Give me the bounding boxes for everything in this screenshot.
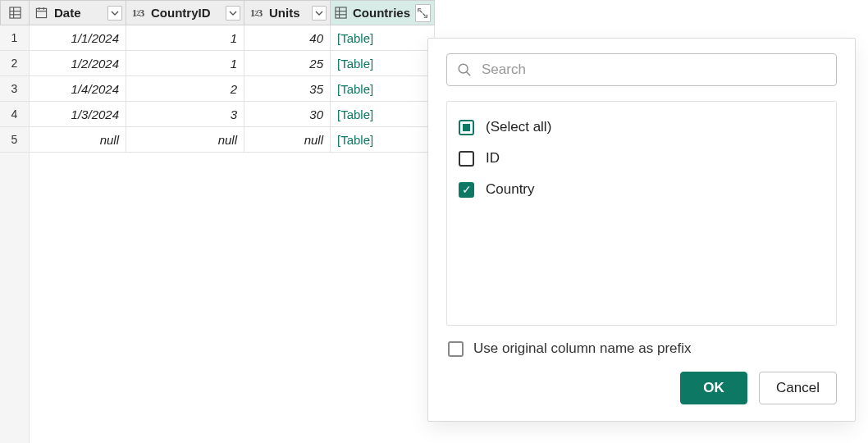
cell-units[interactable]: null xyxy=(244,127,331,153)
grid-header-row: Date 123 CountryID 123 Units xyxy=(0,0,868,25)
number-type-icon: 123 xyxy=(130,7,146,20)
chevron-down-icon xyxy=(111,9,119,17)
cell-countries[interactable]: [Table] xyxy=(331,76,435,102)
column-label: CountryID xyxy=(151,6,221,20)
table-icon xyxy=(9,7,21,19)
column-option-label: ID xyxy=(486,150,500,167)
row-number-cell: 2 xyxy=(0,51,30,76)
row-number-header[interactable] xyxy=(0,0,30,25)
expand-icon xyxy=(417,7,428,19)
column-header-date[interactable]: Date xyxy=(30,0,126,25)
search-box[interactable] xyxy=(446,53,837,86)
column-label: Units xyxy=(269,6,307,20)
cell-countryid[interactable]: 1 xyxy=(126,25,244,51)
chevron-down-icon xyxy=(315,9,323,17)
expand-column-button[interactable] xyxy=(415,4,431,22)
cell-countries[interactable]: [Table] xyxy=(331,102,435,127)
cell-countries[interactable]: [Table] xyxy=(331,127,435,153)
cell-units[interactable]: 30 xyxy=(244,102,331,127)
expand-column-popup: (Select all) ID✓Country Use original col… xyxy=(427,38,856,422)
column-option-row[interactable]: ✓Country xyxy=(459,174,825,205)
row-number-gutter xyxy=(0,153,30,443)
checkbox-checked-icon: ✓ xyxy=(459,182,474,198)
row-number-cell: 3 xyxy=(0,76,30,102)
filter-dropdown-button[interactable] xyxy=(107,6,122,21)
column-selection-list: (Select all) ID✓Country xyxy=(446,101,837,326)
checkbox-indeterminate-icon xyxy=(459,120,474,135)
svg-point-12 xyxy=(459,64,468,73)
cell-countryid[interactable]: 1 xyxy=(126,51,244,76)
cell-countryid[interactable]: 3 xyxy=(126,102,244,127)
table-icon xyxy=(334,7,348,19)
column-option-label: Country xyxy=(486,181,535,198)
checkbox-unchecked-icon xyxy=(448,341,464,357)
column-header-countryid[interactable]: 123 CountryID xyxy=(126,0,244,25)
cell-date[interactable]: null xyxy=(30,127,126,153)
search-input[interactable] xyxy=(480,61,826,79)
cancel-button[interactable]: Cancel xyxy=(759,372,837,404)
ok-button[interactable]: OK xyxy=(680,372,747,404)
cell-units[interactable]: 35 xyxy=(244,76,331,102)
cell-date[interactable]: 1/1/2024 xyxy=(30,25,126,51)
cell-date[interactable]: 1/3/2024 xyxy=(30,102,126,127)
checkbox-unchecked-icon xyxy=(459,151,474,167)
chevron-down-icon xyxy=(229,9,237,17)
cell-date[interactable]: 1/4/2024 xyxy=(30,76,126,102)
row-number-cell: 1 xyxy=(0,25,30,51)
svg-line-13 xyxy=(467,72,471,76)
svg-rect-8 xyxy=(336,7,346,18)
svg-rect-4 xyxy=(36,8,46,17)
cell-countryid[interactable]: null xyxy=(126,127,244,153)
filter-dropdown-button[interactable] xyxy=(312,6,327,21)
column-header-countries[interactable]: Countries xyxy=(331,0,435,25)
row-number-cell: 5 xyxy=(0,127,30,153)
use-prefix-label: Use original column name as prefix xyxy=(473,340,692,357)
cell-date[interactable]: 1/2/2024 xyxy=(30,51,126,76)
select-all-row[interactable]: (Select all) xyxy=(459,112,825,143)
cell-countries[interactable]: [Table] xyxy=(331,25,435,51)
select-all-label: (Select all) xyxy=(486,119,551,135)
column-option-row[interactable]: ID xyxy=(459,143,825,174)
cell-countryid[interactable]: 2 xyxy=(126,76,244,102)
column-header-units[interactable]: 123 Units xyxy=(244,0,331,25)
search-icon xyxy=(457,62,472,77)
svg-rect-0 xyxy=(9,7,20,18)
row-number-cell: 4 xyxy=(0,102,30,127)
dialog-buttons: OK Cancel xyxy=(446,372,837,404)
calendar-icon xyxy=(33,7,49,19)
use-prefix-row[interactable]: Use original column name as prefix xyxy=(446,340,837,357)
filter-dropdown-button[interactable] xyxy=(226,6,240,21)
column-label: Date xyxy=(54,6,103,20)
number-type-icon: 123 xyxy=(248,7,264,20)
column-label: Countries xyxy=(353,6,410,20)
cell-units[interactable]: 40 xyxy=(244,25,331,51)
cell-countries[interactable]: [Table] xyxy=(331,51,435,76)
cell-units[interactable]: 25 xyxy=(244,51,331,76)
